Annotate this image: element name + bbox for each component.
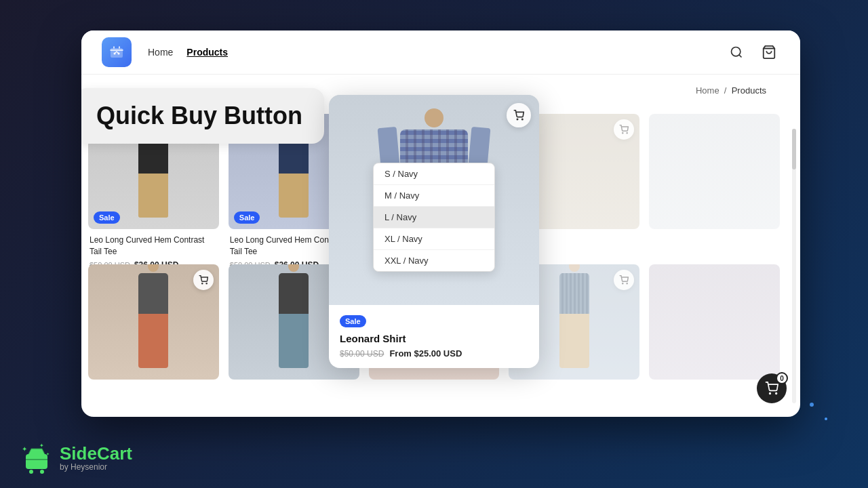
popup-original-price: $50.00 USD xyxy=(340,349,384,359)
decorative-dot xyxy=(810,403,814,407)
svg-point-14 xyxy=(206,283,207,284)
quick-buy-title: Quick Buy Button xyxy=(96,102,302,129)
search-button[interactable] xyxy=(726,41,747,63)
product-image xyxy=(649,264,780,380)
logo-icon[interactable] xyxy=(102,37,132,67)
nav-links: Home Products xyxy=(148,47,228,58)
products-area: Quick Buy Button Home / Products xyxy=(81,75,800,417)
brand-name: SideCart xyxy=(60,445,132,462)
product-card[interactable] xyxy=(649,264,780,380)
product-card[interactable] xyxy=(88,264,219,380)
svg-point-20 xyxy=(522,119,523,119)
brand-logo: ✦ ✦ ✦ xyxy=(20,442,53,474)
sale-badge: Sale xyxy=(234,211,260,224)
svg-point-22 xyxy=(776,393,777,394)
variant-dropdown: S / Navy M / Navy L / Navy XL / Navy XXL… xyxy=(373,163,495,272)
popup-prices: $50.00 USD From $25.00 USD xyxy=(340,348,528,359)
product-name: Leo Long Curved Hem Contrast Tail Tee xyxy=(90,235,218,258)
product-image xyxy=(649,114,780,229)
cart-button[interactable] xyxy=(758,41,780,63)
svg-point-13 xyxy=(201,283,202,284)
navbar: Home Products xyxy=(81,30,800,75)
product-image xyxy=(88,264,219,380)
popup-product-name: Leonard Shirt xyxy=(340,333,528,344)
nav-left: Home Products xyxy=(102,37,228,67)
popup-card: S / Navy M / Navy L / Navy XL / Navy XXL… xyxy=(329,95,539,368)
svg-rect-26 xyxy=(26,454,47,469)
add-to-cart-button[interactable] xyxy=(614,270,634,290)
floating-cart-button[interactable]: 0 xyxy=(757,373,787,403)
scrollbar-thumb[interactable] xyxy=(792,129,796,169)
browser-window: Home Products Quick Buy Button Home xyxy=(81,30,800,417)
variant-option[interactable]: XXL / Navy xyxy=(374,250,494,271)
svg-rect-0 xyxy=(111,48,123,58)
variant-option[interactable]: XL / Navy xyxy=(374,228,494,250)
svg-point-3 xyxy=(732,47,741,56)
add-to-cart-button[interactable] xyxy=(614,119,634,140)
cart-item-count: 0 xyxy=(776,372,788,384)
scrollbar-track xyxy=(792,129,796,403)
brand-text: SideCart by Heysenior xyxy=(60,445,132,472)
svg-point-19 xyxy=(517,119,517,119)
decorative-dot xyxy=(825,418,827,420)
svg-point-21 xyxy=(770,393,771,394)
svg-point-11 xyxy=(623,133,623,134)
popup-sale-price: From $25.00 USD xyxy=(389,348,462,359)
section-breadcrumb: Home / Products xyxy=(696,85,766,96)
variant-option-selected[interactable]: L / Navy xyxy=(374,207,494,228)
sale-badge: Sale xyxy=(94,211,120,224)
quick-buy-badge: Quick Buy Button xyxy=(81,88,324,144)
svg-point-28 xyxy=(40,470,44,474)
svg-text:✦: ✦ xyxy=(39,443,44,449)
variant-option[interactable]: M / Navy xyxy=(374,185,494,207)
brand-footer: ✦ ✦ ✦ SideCart by Heysenior xyxy=(20,442,132,474)
svg-point-12 xyxy=(627,133,627,134)
nav-right xyxy=(726,41,780,63)
svg-text:✦: ✦ xyxy=(22,445,27,453)
svg-point-17 xyxy=(623,283,623,284)
popup-product-info: Sale Leonard Shirt $50.00 USD From $25.0… xyxy=(329,305,539,368)
popup-cart-button[interactable] xyxy=(507,103,531,127)
popup-sale-badge: Sale xyxy=(340,315,366,327)
add-to-cart-button[interactable] xyxy=(193,270,214,290)
nav-home[interactable]: Home xyxy=(148,47,173,58)
svg-point-27 xyxy=(29,470,33,474)
popup-product-image: S / Navy M / Navy L / Navy XL / Navy XXL… xyxy=(329,95,539,305)
product-card[interactable] xyxy=(649,114,780,270)
brand-sub: by Heysenior xyxy=(60,462,132,472)
svg-point-18 xyxy=(627,283,627,284)
variant-option[interactable]: S / Navy xyxy=(374,163,494,185)
nav-products[interactable]: Products xyxy=(186,47,228,58)
